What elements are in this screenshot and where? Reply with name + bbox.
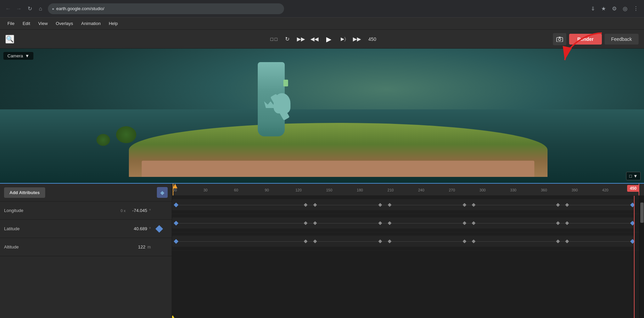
- menu-icon[interactable]: ⋮: [631, 4, 641, 14]
- menu-file[interactable]: File: [4, 20, 18, 27]
- step-forward-button[interactable]: ▶〉: [337, 33, 349, 45]
- step-back-button[interactable]: ◀◀: [308, 33, 320, 45]
- ruler-mark-90: 90: [265, 187, 269, 193]
- tree-cluster: [116, 126, 136, 143]
- start-marker-triangle: [173, 184, 177, 188]
- menu-help[interactable]: Help: [105, 20, 121, 27]
- download-icon[interactable]: ⇓: [588, 4, 597, 14]
- latitude-label: Latitude: [4, 226, 127, 231]
- aspect-icon: □: [629, 174, 632, 179]
- latitude-value-group: 40.689 °: [127, 226, 151, 231]
- feedback-button[interactable]: Feedback: [605, 34, 639, 45]
- render-button[interactable]: Render: [569, 34, 601, 45]
- browser-chrome: ← → ↻ ⌂ ● earth.google.com/studio/ ⇓ ★ ⚙…: [0, 0, 644, 18]
- altitude-track: [172, 232, 639, 250]
- profiles-icon[interactable]: ◎: [620, 4, 630, 14]
- track-line-lon: [175, 205, 631, 205]
- play-button[interactable]: ▶: [322, 32, 336, 46]
- reload-button[interactable]: ↻: [25, 4, 34, 14]
- bookmark-icon[interactable]: ★: [599, 4, 608, 14]
- menu-overlays[interactable]: Overlays: [52, 20, 76, 27]
- longitude-row: Longitude 0 x -74.045 °: [0, 202, 172, 220]
- ruler-mark-210: 210: [388, 187, 394, 193]
- aspect-ratio-selector[interactable]: □ ▼: [626, 172, 641, 180]
- ruler-mark-420: 420: [602, 187, 608, 193]
- security-icon: ●: [52, 7, 54, 11]
- extensions-icon[interactable]: ⚙: [610, 4, 619, 14]
- toolbar: 🔍 □ □ ↻ ▶▶ ◀◀ ▶ ▶〉 ▶▶ 450 Render Feedbac…: [0, 30, 644, 49]
- camera-text: Camera: [7, 53, 23, 58]
- longitude-value-group: 0 x -74.045 °: [121, 208, 151, 213]
- screenshot-button[interactable]: [553, 33, 566, 45]
- bottom-panel: Add Attributes ◆ Longitude 0 x -74.045 °…: [0, 184, 644, 318]
- ruler-mark-240: 240: [418, 187, 424, 193]
- longitude-unit: °: [149, 208, 151, 213]
- forward-button[interactable]: →: [14, 4, 24, 14]
- island-wall: [142, 161, 534, 177]
- scrollbar-thumb[interactable]: [640, 203, 644, 223]
- statue-torch: [283, 80, 288, 86]
- timeline-panel: 00 30 60 90 120 150 180 210: [172, 184, 644, 318]
- ruler-mark-330: 330: [510, 187, 516, 193]
- end-frame-badge: 450: [627, 185, 639, 192]
- home-button[interactable]: ⌂: [36, 4, 45, 14]
- keyframe-all-button[interactable]: ◆: [157, 187, 168, 198]
- ruler-label-150: 150: [326, 188, 332, 192]
- ruler-mark-60: 60: [234, 187, 238, 193]
- skip-to-start-button[interactable]: ▶▶: [295, 33, 307, 45]
- altitude-unit: m: [147, 245, 151, 249]
- altitude-value[interactable]: 122: [125, 244, 145, 249]
- url-text: earth.google.com/studio/: [56, 6, 104, 11]
- latitude-value[interactable]: 40.689: [127, 226, 147, 231]
- skip-to-end-button[interactable]: ▶▶: [351, 33, 363, 45]
- timeline-ruler[interactable]: 00 30 60 90 120 150 180 210: [172, 184, 644, 196]
- svg-point-1: [559, 38, 561, 41]
- camera-dropdown-icon: ▼: [25, 53, 29, 58]
- camera-label[interactable]: Camera ▼: [3, 52, 33, 60]
- tracks-area: [172, 196, 639, 318]
- tracks-container: [172, 196, 644, 318]
- latitude-keyframe-col: [151, 226, 168, 232]
- altitude-value-group: 122 m: [125, 244, 151, 249]
- toolbar-right: Render Feedback: [553, 33, 639, 45]
- ruler-label-120: 120: [296, 188, 302, 192]
- latitude-keyframe-button[interactable]: [156, 225, 163, 233]
- latitude-track: [172, 214, 639, 232]
- ruler-mark-390: 390: [571, 187, 578, 193]
- longitude-x-label: 0 x: [121, 209, 126, 213]
- add-attributes-button[interactable]: Add Attributes: [4, 187, 45, 198]
- altitude-row: Altitude 122 m: [0, 238, 172, 256]
- nav-buttons: ← → ↻ ⌂: [3, 4, 45, 14]
- scene: [0, 49, 644, 184]
- altitude-label: Altitude: [4, 244, 125, 249]
- aspect-dropdown-icon: ▼: [633, 174, 638, 179]
- ruler-label-90: 90: [265, 188, 269, 192]
- ruler-mark-120: 120: [296, 187, 302, 193]
- yellow-playhead-marker: [172, 315, 174, 318]
- ruler-label-60: 60: [234, 188, 238, 192]
- ruler-mark-360: 360: [541, 187, 547, 193]
- browser-actions: ⇓ ★ ⚙ ◎ ⋮: [588, 4, 641, 14]
- latitude-row: Latitude 40.689 °: [0, 220, 172, 238]
- menu-edit[interactable]: Edit: [19, 20, 33, 27]
- playback-controls: □ □ ↻ ▶▶ ◀◀ ▶ ▶〉 ▶▶ 450: [268, 32, 376, 46]
- ruler-label-360: 360: [541, 188, 547, 192]
- longitude-track: [172, 196, 639, 214]
- ruler-label-30: 30: [203, 188, 207, 192]
- ruler-mark-300: 300: [479, 187, 485, 193]
- fullscreen-button[interactable]: □ □: [268, 33, 280, 45]
- loop-button[interactable]: ↻: [281, 33, 293, 45]
- timeline-scrollbar[interactable]: [639, 196, 644, 318]
- frame-counter: 450: [368, 36, 376, 42]
- longitude-value[interactable]: -74.045: [127, 208, 147, 213]
- ruler-label-420: 420: [602, 188, 608, 192]
- menu-view[interactable]: View: [35, 20, 51, 27]
- ruler-mark-150: 150: [326, 187, 332, 193]
- track-line-alt: [175, 241, 631, 242]
- ruler-label-390: 390: [571, 188, 578, 192]
- address-bar[interactable]: ● earth.google.com/studio/: [48, 3, 284, 14]
- search-button[interactable]: 🔍: [5, 35, 14, 44]
- back-button[interactable]: ←: [3, 4, 13, 14]
- ruler-label-300: 300: [479, 188, 485, 192]
- menu-animation[interactable]: Animation: [78, 20, 104, 27]
